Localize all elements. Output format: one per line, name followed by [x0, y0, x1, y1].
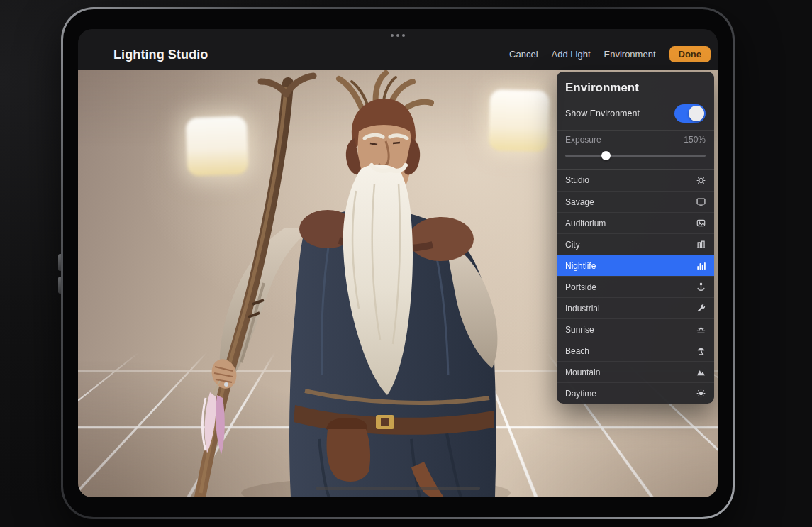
show-environment-label: Show Environment	[565, 109, 640, 118]
environment-item-studio[interactable]: Studio	[557, 170, 714, 191]
environment-list: StudioSavageAuditoriumCityNightlifePorts…	[557, 169, 714, 404]
environment-item-city[interactable]: City	[557, 233, 714, 255]
display-icon	[696, 197, 706, 206]
ipad-bezel: Lighting Studio Cancel Add Light Environ…	[63, 9, 733, 517]
exposure-slider-thumb[interactable]	[601, 151, 611, 160]
environment-item-label: Daytime	[565, 389, 596, 399]
environment-item-label: Mountain	[565, 367, 600, 377]
studio-light-icon	[696, 176, 706, 185]
cancel-button[interactable]: Cancel	[509, 48, 538, 61]
character-model[interactable]	[78, 70, 539, 497]
show-environment-row: Show Environment	[557, 101, 714, 130]
sun-icon	[696, 389, 706, 398]
panel-title: Environment	[557, 72, 714, 101]
environment-item-label: Industrial	[565, 304, 600, 314]
environment-item-savage[interactable]: Savage	[557, 191, 714, 212]
exposure-control: Exposure 150%	[557, 130, 714, 169]
environment-item-mountain[interactable]: Mountain	[557, 361, 714, 382]
add-light-button[interactable]: Add Light	[552, 48, 591, 61]
environment-item-nightlife[interactable]: Nightlife	[557, 255, 714, 276]
toolbar: Lighting Studio Cancel Add Light Environ…	[78, 29, 718, 70]
environment-item-label: City	[565, 240, 580, 250]
environment-item-label: Portside	[565, 282, 596, 292]
environment-item-label: Sunrise	[565, 325, 594, 335]
nightlife-bars-icon	[696, 261, 706, 270]
environment-item-label: Auditorium	[565, 218, 606, 228]
home-indicator[interactable]	[316, 487, 480, 490]
environment-item-label: Studio	[565, 175, 589, 185]
show-environment-toggle[interactable]	[674, 104, 706, 123]
photo-icon	[696, 218, 706, 228]
environment-item-portside[interactable]: Portside	[557, 276, 714, 297]
multitasking-indicator[interactable]	[391, 34, 405, 37]
background: Lighting Studio Cancel Add Light Environ…	[0, 0, 812, 527]
environment-item-label: Beach	[565, 346, 589, 356]
environment-item-label: Nightlife	[565, 261, 596, 271]
environment-item-label: Savage	[565, 197, 594, 207]
beach-umbrella-icon	[696, 346, 706, 355]
environment-panel: Environment Show Environment Exposure 15…	[557, 72, 714, 404]
environment-item-industrial[interactable]: Industrial	[557, 297, 714, 318]
environment-item-beach[interactable]: Beach	[557, 340, 714, 361]
environment-item-daytime[interactable]: Daytime	[557, 382, 714, 404]
anchor-icon	[696, 282, 706, 292]
ipad-device: Lighting Studio Cancel Add Light Environ…	[61, 7, 735, 519]
exposure-label: Exposure	[565, 135, 601, 145]
app-title: Lighting Studio	[113, 48, 208, 62]
environment-button[interactable]: Environment	[604, 48, 656, 61]
exposure-value: 150%	[684, 135, 706, 145]
exposure-slider[interactable]	[565, 150, 706, 160]
wrench-icon	[696, 304, 706, 313]
city-icon	[696, 240, 706, 249]
sunrise-icon	[696, 325, 706, 334]
mountain-icon	[696, 367, 706, 377]
environment-item-sunrise[interactable]: Sunrise	[557, 318, 714, 340]
done-button[interactable]: Done	[669, 46, 711, 62]
screen: Lighting Studio Cancel Add Light Environ…	[78, 29, 718, 497]
environment-item-auditorium[interactable]: Auditorium	[557, 212, 714, 233]
